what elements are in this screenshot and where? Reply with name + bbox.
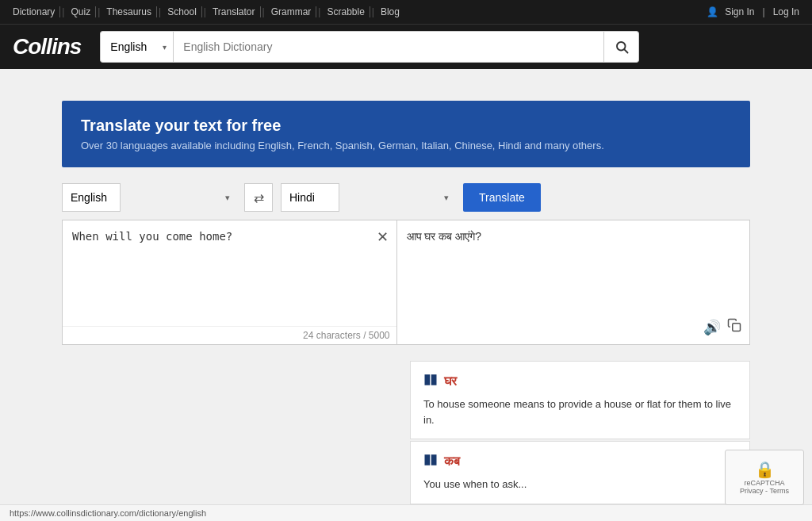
- copy-icon: [727, 318, 741, 332]
- logo: Collins: [13, 34, 81, 59]
- target-icons: 🔊: [703, 318, 741, 336]
- lang-select-wrapper: English French Spanish ▾: [100, 31, 173, 63]
- def-text-kab: You use when to ask...: [423, 477, 737, 492]
- source-textarea[interactable]: [63, 220, 396, 324]
- book-icon-1: [423, 373, 438, 390]
- nav-scrabble[interactable]: Scrabble: [322, 6, 370, 17]
- def-word-kab: कब: [444, 454, 460, 469]
- copy-button[interactable]: [727, 318, 741, 336]
- def-card-ghar-title: घर: [423, 373, 737, 390]
- banner-title: Translate your text for free: [81, 117, 731, 135]
- open-book-icon: [423, 373, 438, 387]
- def-word-ghar: घर: [444, 374, 457, 389]
- banner-subtitle: Over 30 languages available including En…: [81, 140, 731, 151]
- def-card-kab-title: कब: [423, 453, 737, 470]
- svg-rect-2: [733, 324, 741, 331]
- log-in-link[interactable]: Log In: [773, 6, 799, 17]
- search-button[interactable]: [604, 31, 639, 63]
- recaptcha-sub: Privacy - Terms: [735, 487, 794, 495]
- translator-controls: English French Spanish German Italian Ch…: [62, 183, 750, 212]
- def-text-ghar: To house someone means to provide a hous…: [423, 396, 737, 427]
- recaptcha-logo: 🔒: [735, 460, 794, 479]
- recaptcha-label: reCAPTCHA: [735, 479, 794, 487]
- source-lang-wrap: English French Spanish German Italian Ch…: [62, 183, 236, 212]
- swap-languages-button[interactable]: ⇄: [244, 183, 273, 212]
- speaker-button[interactable]: 🔊: [703, 318, 721, 336]
- nav-grammar[interactable]: Grammar: [266, 6, 317, 17]
- nav-quiz[interactable]: Quiz: [66, 6, 96, 17]
- sign-in-link[interactable]: Sign In: [725, 6, 754, 17]
- status-url: https://www.collinsdictionary.com/dictio…: [10, 508, 206, 518]
- nav-translator[interactable]: Translator: [208, 6, 261, 17]
- char-count: 24 characters / 5000: [63, 326, 396, 344]
- svg-line-1: [624, 49, 627, 52]
- status-bar: https://www.collinsdictionary.com/dictio…: [0, 504, 812, 521]
- source-lang-select[interactable]: English French Spanish German Italian Ch…: [62, 183, 121, 212]
- search-icon: [615, 40, 629, 54]
- target-area: आप घर कब आएंगे? 🔊: [397, 220, 751, 345]
- book-icon-2: [423, 453, 438, 470]
- textarea-wrapper: ✕ 24 characters / 5000 आप घर कब आएंगे? 🔊: [62, 220, 750, 345]
- open-book-icon-2: [423, 453, 438, 467]
- nav-school[interactable]: School: [163, 6, 202, 17]
- header-lang-select[interactable]: English French Spanish: [100, 31, 173, 63]
- def-card-ghar: घर To house someone means to provide a h…: [410, 361, 750, 439]
- translate-banner: Translate your text for free Over 30 lan…: [62, 101, 750, 167]
- source-area: ✕ 24 characters / 5000: [62, 220, 397, 345]
- clear-button[interactable]: ✕: [377, 228, 389, 246]
- def-cards: घर To house someone means to provide a h…: [410, 361, 750, 504]
- top-nav: Dictionary | Quiz | Thesaurus | School |…: [0, 0, 812, 24]
- user-icon: 👤: [707, 6, 718, 17]
- translate-button[interactable]: Translate: [463, 183, 541, 212]
- nav-dictionary[interactable]: Dictionary: [13, 6, 60, 17]
- recaptcha-badge: 🔒 reCAPTCHA Privacy - Terms: [725, 450, 804, 505]
- target-lang-wrap: English French Spanish German Italian Ch…: [281, 183, 455, 212]
- top-nav-links: Dictionary | Quiz | Thesaurus | School |…: [13, 6, 404, 17]
- target-text: आप घर कब आएंगे?: [407, 230, 481, 243]
- search-container: English French Spanish ▾: [100, 31, 639, 63]
- def-card-kab: कब You use when to ask...: [410, 441, 750, 504]
- header: Collins English French Spanish ▾: [0, 24, 812, 69]
- target-lang-select[interactable]: English French Spanish German Italian Ch…: [281, 183, 339, 212]
- search-input[interactable]: [173, 31, 604, 63]
- nav-blog[interactable]: Blog: [376, 6, 404, 17]
- nav-thesaurus[interactable]: Thesaurus: [102, 6, 157, 17]
- top-nav-right: 👤 Sign In | Log In: [707, 6, 799, 17]
- main-content: Translate your text for free Over 30 lan…: [49, 101, 763, 504]
